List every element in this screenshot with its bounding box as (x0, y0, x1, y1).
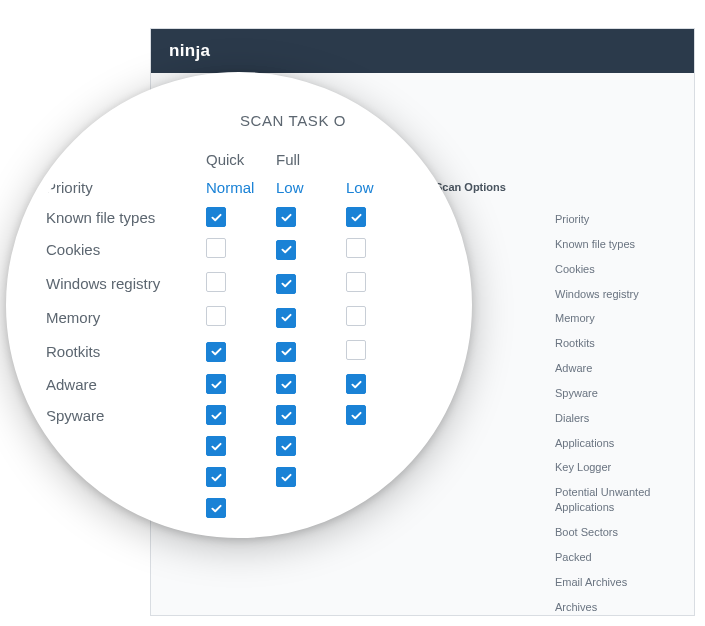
checkbox[interactable] (276, 308, 296, 328)
scan-options-grid: QuickFullPriorityNormalLowLowKnown file … (46, 151, 450, 518)
option-cell (346, 405, 416, 425)
option-cell (276, 436, 346, 456)
column-header: Full (276, 151, 346, 168)
checkbox[interactable] (206, 207, 226, 227)
priority-value[interactable]: Low (346, 179, 374, 196)
option-cell (346, 340, 416, 363)
checkbox[interactable] (276, 467, 296, 487)
bg-option-row: Boot Sectors (555, 520, 660, 545)
checkbox[interactable] (346, 306, 366, 326)
option-cell: Normal (206, 179, 276, 196)
checkbox[interactable] (276, 274, 296, 294)
checkbox[interactable] (206, 436, 226, 456)
option-cell (276, 405, 346, 425)
option-label: Adware (46, 376, 206, 393)
option-cell (276, 374, 346, 394)
checkbox[interactable] (346, 272, 366, 292)
checkbox[interactable] (206, 374, 226, 394)
option-cell (276, 274, 346, 294)
option-cell (346, 272, 416, 295)
checkbox[interactable] (206, 238, 226, 258)
bg-option-row: Adware (555, 356, 660, 381)
option-cell (206, 467, 276, 487)
option-cell (206, 306, 276, 329)
checkbox[interactable] (346, 207, 366, 227)
option-cell (206, 374, 276, 394)
bg-option-row: Cookies (555, 257, 660, 282)
checkbox[interactable] (206, 498, 226, 518)
option-cell (206, 405, 276, 425)
option-cell (276, 240, 346, 260)
bg-option-row: Email Archives (555, 570, 660, 595)
option-label: Spyware (46, 407, 206, 424)
option-cell (346, 306, 416, 329)
checkbox[interactable] (276, 342, 296, 362)
bg-option-row: Potential Unwanted Applications (555, 480, 660, 520)
column-header: Quick (206, 151, 276, 168)
checkbox[interactable] (206, 306, 226, 326)
checkbox[interactable] (206, 342, 226, 362)
background-options-list: PriorityKnown file typesCookiesWindows r… (555, 207, 660, 619)
priority-value[interactable]: Low (276, 179, 304, 196)
bg-option-row: Windows registry (555, 282, 660, 307)
checkbox[interactable] (346, 405, 366, 425)
checkbox[interactable] (206, 405, 226, 425)
checkbox[interactable] (276, 436, 296, 456)
checkbox[interactable] (346, 238, 366, 258)
section-title-scan-options: Scan Options (435, 181, 660, 193)
option-cell (276, 207, 346, 227)
priority-value[interactable]: Normal (206, 179, 254, 196)
bg-option-row: Spyware (555, 381, 660, 406)
option-cell (276, 467, 346, 487)
brand-logo: ninja (169, 41, 210, 61)
checkbox[interactable] (276, 240, 296, 260)
bg-option-row: Key Logger (555, 455, 660, 480)
bg-option-row: Archives (555, 595, 660, 620)
option-cell (206, 498, 276, 518)
checkbox[interactable] (346, 374, 366, 394)
checkbox[interactable] (206, 272, 226, 292)
checkbox[interactable] (276, 374, 296, 394)
option-cell: Low (276, 179, 346, 196)
checkbox[interactable] (276, 405, 296, 425)
option-cell (346, 374, 416, 394)
option-cell (206, 342, 276, 362)
bg-option-row: Applications (555, 431, 660, 456)
top-bar: ninja (151, 29, 694, 73)
bg-option-row: Rootkits (555, 331, 660, 356)
option-cell (206, 436, 276, 456)
bg-option-row: Memory (555, 306, 660, 331)
option-label: s (46, 469, 206, 486)
option-label: Windows registry (46, 275, 206, 292)
option-cell: Low (346, 179, 416, 196)
checkbox[interactable] (206, 467, 226, 487)
checkbox[interactable] (346, 340, 366, 360)
option-label: Rootkits (46, 343, 206, 360)
checkbox[interactable] (276, 207, 296, 227)
bg-option-row: Packed (555, 545, 660, 570)
option-label: ers (46, 438, 206, 455)
option-cell (206, 238, 276, 261)
option-label: Known file types (46, 209, 206, 226)
option-cell (276, 342, 346, 362)
option-cell (206, 272, 276, 295)
magnifier-lens: SCAN TASK O QuickFullPriorityNormalLowLo… (6, 72, 472, 538)
option-label: Priority (46, 179, 206, 196)
option-cell (276, 308, 346, 328)
option-label: Cookies (46, 241, 206, 258)
option-cell (206, 207, 276, 227)
bg-option-row: Known file types (555, 232, 660, 257)
option-label: Memory (46, 309, 206, 326)
option-cell (346, 207, 416, 227)
bg-option-row: Dialers (555, 406, 660, 431)
option-cell (346, 238, 416, 261)
bg-option-row: Priority (555, 207, 660, 232)
